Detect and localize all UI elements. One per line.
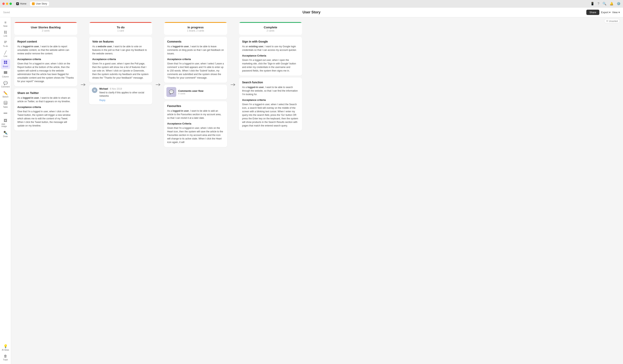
traffic-lights	[2, 2, 12, 5]
card-twitter[interactable]: Share on Twitter As a logged-in user, I …	[14, 88, 77, 131]
card-report[interactable]: Report content As a logged-in user, I wa…	[14, 37, 77, 86]
comment-avatar: M	[92, 87, 97, 93]
maximize-button[interactable]	[9, 2, 12, 5]
sidebar-item-more[interactable]: •••	[1, 110, 10, 117]
column-icon	[4, 71, 7, 75]
col-sub-complete: 2 cards	[242, 29, 299, 32]
card-report-acceptance-body: Given that I'm a logged-in user, when I …	[17, 62, 74, 83]
svg-rect-4	[6, 61, 7, 62]
device-icon[interactable]: 📱	[590, 2, 594, 5]
sidebar-item-comment[interactable]: 💬 Comment	[1, 79, 10, 89]
comments-flow-sub: 0 cards	[178, 92, 203, 95]
titlebar: M Home User Story 📱 ? 🔍 🔔 ⚙️	[0, 0, 623, 7]
column-todo: To do 1 card Vote on features As a websi…	[89, 22, 152, 147]
todo-icon	[4, 40, 7, 45]
unsorted-badge: ⊙ Unsorted	[604, 19, 620, 23]
addimage-icon: 🖼	[4, 119, 7, 123]
kanban-board: User Stories Backlog 2 cards Report cont…	[14, 20, 620, 147]
card-twitter-acceptance-body: Give that I'm a logged in user, when I c…	[17, 110, 74, 127]
sidebar-item-line[interactable]: ╱ Line	[1, 49, 10, 59]
sidebar-item-addimage[interactable]: 🖼 Add image	[1, 117, 10, 129]
sidebar-item-table[interactable]: Table	[1, 100, 10, 110]
export-button[interactable]: Export ▾	[601, 11, 611, 14]
card-comments[interactable]: Comments As a logged-in user, I want to …	[164, 37, 227, 83]
comments-flow-title: Comments user flow	[178, 89, 203, 92]
sidebar-item-note[interactable]: ≡ Note	[1, 19, 10, 29]
close-button[interactable]	[2, 2, 5, 5]
card-vote-acceptance-title: Acceptance criteria	[92, 58, 149, 61]
help-icon[interactable]: ?	[598, 2, 599, 5]
sidebar-item-aiideas[interactable]: 💡 AI Ideas	[1, 343, 10, 353]
card-signin-body: As an existing user, I want to use my Go…	[242, 45, 299, 52]
col-bar-todo	[89, 22, 152, 23]
search-titlebar-icon[interactable]: 🔍	[602, 2, 606, 5]
card-comments-title: Comments	[167, 40, 224, 43]
card-comments-acceptance-body: Given that I'm a logged-in user, when I …	[167, 62, 224, 80]
sidebar-item-todo[interactable]: To-do	[1, 39, 10, 49]
col-header-backlog: User Stories Backlog 2 cards	[14, 22, 77, 35]
tab-home[interactable]: M Home	[14, 1, 28, 6]
comment-date: 6 Nov 2019	[110, 87, 122, 90]
board-item-comments-flow[interactable]: 💬 Comments user flow 0 cards	[164, 85, 227, 99]
col-bar-inprogress	[164, 22, 227, 23]
board-icon	[4, 61, 7, 65]
card-vote[interactable]: Vote on features As a website user, I wa…	[89, 37, 152, 83]
column-complete: Complete 2 cards Sign in with Google As …	[239, 22, 302, 147]
chevron-down-icon: ▾	[609, 11, 611, 14]
draw-icon: ✒️	[3, 131, 8, 135]
line-icon: ╱	[4, 50, 6, 55]
arrow-backlog-todo	[80, 22, 86, 147]
link-icon: ⛓	[4, 30, 7, 35]
card-favourites[interactable]: Favourites As a logged-in user, I want t…	[164, 101, 227, 147]
col-header-todo: To do 1 card	[89, 22, 152, 35]
col-bar-complete	[239, 22, 302, 23]
main-layout: ≡ Note ⛓ Link To-do ╱ Line	[0, 17, 623, 364]
settings-icon[interactable]: ⚙️	[617, 2, 621, 5]
sidebar-item-board[interactable]: Board	[1, 59, 10, 69]
header-actions: Share Export ▾ View ▾	[586, 10, 620, 15]
card-favourites-body: As a logged-in user, I want to be able t…	[167, 109, 224, 120]
sidebar-item-link[interactable]: ⛓ Link	[1, 29, 10, 39]
sidebar-item-column[interactable]: Column	[1, 69, 10, 79]
card-vote-acceptance-body: Given I'm a guest user, when I open the …	[92, 62, 149, 80]
col-title-todo: To do	[92, 26, 149, 29]
card-report-title: Report content	[17, 40, 74, 43]
minimize-button[interactable]	[6, 2, 8, 5]
sidebar-item-draw[interactable]: ✒️ Draw	[1, 129, 10, 139]
col-bar-backlog	[14, 22, 77, 23]
sidebar-item-trash[interactable]: 🗑 Trash	[1, 353, 10, 363]
card-signin-acceptance-body: Given I'm a logged out user, when I open…	[242, 58, 299, 73]
tab-user-story[interactable]: User Story	[30, 1, 49, 6]
col-sub-inprogress: 1 board, 2 cards	[167, 29, 224, 32]
tab-bar: M Home User Story	[14, 1, 49, 6]
notification-icon[interactable]: 🔔	[610, 2, 614, 5]
card-search[interactable]: Search function As a logged-in user, I w…	[239, 78, 302, 131]
arrow-inprogress-complete	[230, 22, 236, 147]
col-header-complete: Complete 2 cards	[239, 22, 302, 35]
unsorted-icon: ⊙	[606, 20, 608, 22]
sketch-icon: ✏️	[3, 91, 8, 95]
card-favourites-acceptance-title: Acceptance Criteria	[167, 122, 224, 125]
card-report-acceptance-title: Acceptance criteria	[17, 58, 74, 61]
card-comments-body: As a logged-in user, I want to be able t…	[167, 45, 224, 55]
card-signin[interactable]: Sign in with Google As an existing user,…	[239, 37, 302, 76]
col-title-backlog: User Stories Backlog	[17, 26, 74, 29]
column-inprogress: In progress 1 board, 2 cards Comments As…	[164, 22, 227, 147]
view-button[interactable]: View ▾	[612, 11, 620, 14]
card-vote-title: Vote on features	[92, 40, 149, 43]
col-title-inprogress: In progress	[167, 26, 224, 29]
titlebar-right: 📱 ? 🔍 🔔 ⚙️	[590, 2, 621, 5]
chevron-down-icon: ▾	[619, 11, 620, 14]
card-vote-body: As a website user, I want to be able to …	[92, 45, 149, 55]
comment-reply[interactable]: Reply	[99, 99, 149, 102]
note-icon: ≡	[4, 20, 6, 25]
comment-meta: Michael 6 Nov 2019	[99, 87, 149, 90]
col-sub-backlog: 2 cards	[17, 29, 74, 32]
sidebar-item-sketch[interactable]: ✏️ Sketch	[1, 89, 10, 100]
svg-rect-10	[4, 101, 7, 104]
svg-rect-9	[6, 71, 7, 74]
share-button[interactable]: Share	[586, 10, 600, 15]
aiideas-icon: 💡	[3, 344, 8, 348]
app-header: Saved User Story Share Export ▾ View ▾	[0, 7, 623, 17]
tab-story-label: User Story	[36, 2, 47, 5]
